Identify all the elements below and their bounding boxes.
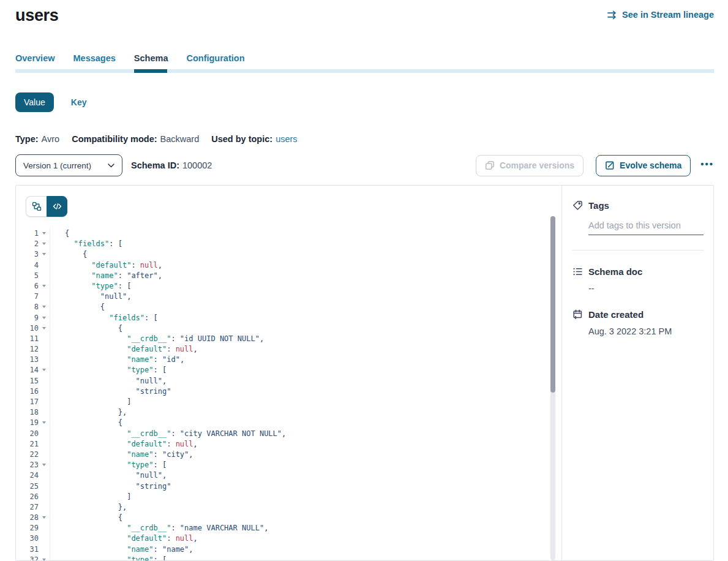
date-created-header: Date created <box>572 309 704 320</box>
fold-toggle[interactable] <box>39 323 50 334</box>
code-text: { <box>50 249 87 260</box>
tab-configuration[interactable]: Configuration <box>186 53 244 64</box>
code-text: { <box>50 228 69 239</box>
line-number: 23 <box>16 460 39 470</box>
compare-versions-icon <box>485 160 495 170</box>
fold-toggle[interactable] <box>39 418 50 428</box>
tab-overview[interactable]: Overview <box>15 53 55 64</box>
line-number: 15 <box>16 376 39 386</box>
meta-item: Compatibility mode:Backward <box>72 134 199 144</box>
line-number: 20 <box>16 429 39 439</box>
code-line: 4 "default": null, <box>16 260 561 271</box>
code-text: "default": null, <box>50 533 198 544</box>
meta-value: Avro <box>42 134 60 144</box>
code-line: 13 "name": "id", <box>16 355 561 365</box>
code-text: { <box>50 323 122 334</box>
code-line: 8 { <box>16 302 561 312</box>
code-line: 9 "fields": [ <box>16 313 561 323</box>
tags-title: Tags <box>588 200 609 211</box>
code-line: 5 "name": "after", <box>16 271 561 281</box>
code-line: 14 "type": [ <box>16 365 561 375</box>
fold-toggle[interactable] <box>39 460 50 470</box>
meta-value-link[interactable]: users <box>276 134 297 144</box>
meta-value: Backward <box>160 134 200 144</box>
fold-toggle[interactable] <box>39 239 50 249</box>
code-line: 10 { <box>16 323 561 334</box>
tabs-block: OverviewMessagesSchemaConfiguration <box>15 53 714 73</box>
code-line: 15 "null", <box>16 376 561 386</box>
meta-label: Used by topic: <box>211 134 272 144</box>
code-line: 3 { <box>16 249 561 260</box>
compare-versions-button[interactable]: Compare versions <box>476 155 584 176</box>
code-line: 17 ] <box>16 397 561 407</box>
code-text: "name": "after", <box>50 271 162 281</box>
code-line: 30 "default": null, <box>16 533 561 544</box>
code-line: 1{ <box>16 228 561 239</box>
code-text: "type": [ <box>50 281 131 292</box>
fold-toggle[interactable] <box>39 249 50 260</box>
code-text: "null", <box>50 292 131 302</box>
code-line: 25 "string" <box>16 481 561 492</box>
code-line: 32 "type": [ <box>16 555 561 560</box>
schema-page: users See in Stream lineage OverviewMess… <box>0 0 728 561</box>
fold-toggle[interactable] <box>39 313 50 323</box>
line-number: 12 <box>16 344 39 355</box>
line-number: 13 <box>16 355 39 365</box>
tree-view-button[interactable] <box>26 196 47 217</box>
line-number: 22 <box>16 450 39 460</box>
fold-arrow-icon <box>42 464 46 466</box>
value-key-toggle: Value Key <box>15 92 714 112</box>
line-number: 9 <box>16 313 39 323</box>
tab-messages[interactable]: Messages <box>73 53 116 64</box>
fold-toggle[interactable] <box>39 228 50 239</box>
schema-code-editor[interactable]: 1{2 "fields": [3 {4 "default": null,5 "n… <box>16 228 561 560</box>
page-title: users <box>15 6 59 25</box>
version-select[interactable]: Version 1 (current) <box>15 154 122 176</box>
fold-toggle[interactable] <box>39 365 50 375</box>
more-actions-button[interactable]: ••• <box>700 159 714 172</box>
value-toggle-button[interactable]: Value <box>15 92 54 112</box>
code-text: { <box>50 418 122 428</box>
fold-toggle[interactable] <box>39 513 50 523</box>
page-header: users See in Stream lineage <box>15 0 714 25</box>
line-number: 2 <box>16 239 39 249</box>
tab-schema[interactable]: Schema <box>134 53 168 64</box>
tags-input[interactable] <box>588 220 704 235</box>
line-number: 25 <box>16 481 39 492</box>
editor-scrollbar-track[interactable] <box>550 216 555 560</box>
fold-toggle[interactable] <box>39 302 50 312</box>
key-toggle-button[interactable]: Key <box>71 97 87 107</box>
code-text: "string" <box>50 481 171 492</box>
code-line: 23 "type": [ <box>16 460 561 470</box>
schema-panel: 1{2 "fields": [3 {4 "default": null,5 "n… <box>15 185 714 561</box>
code-text: ] <box>50 397 131 407</box>
fold-arrow-icon <box>42 306 46 308</box>
line-number: 21 <box>16 439 39 450</box>
code-line: 31 "name": "name", <box>16 544 561 555</box>
active-tab-indicator <box>134 69 167 73</box>
code-line: 6 "type": [ <box>16 281 561 292</box>
code-line: 26 ] <box>16 492 561 502</box>
line-number: 8 <box>16 302 39 312</box>
tab-bar <box>15 69 714 73</box>
meta-item: Type:Avro <box>15 134 59 144</box>
evolve-schema-button[interactable]: Evolve schema <box>596 155 691 176</box>
code-text: }, <box>50 502 127 513</box>
code-view-button[interactable] <box>47 196 67 217</box>
fold-arrow-icon <box>42 243 46 245</box>
fold-toggle[interactable] <box>39 281 50 292</box>
code-text: "name": "city", <box>50 450 193 460</box>
version-select-value: Version 1 (current) <box>23 161 91 170</box>
stream-lineage-link[interactable]: See in Stream lineage <box>607 10 714 20</box>
code-line: 16 "string" <box>16 386 561 397</box>
editor-scrollbar-thumb[interactable] <box>550 216 555 393</box>
code-text: "default": null, <box>50 439 198 450</box>
code-line: 24 "null", <box>16 470 561 481</box>
line-number: 14 <box>16 365 39 375</box>
code-text: "default": null, <box>50 260 162 271</box>
code-line: 18 }, <box>16 407 561 418</box>
fold-toggle[interactable] <box>39 555 50 560</box>
line-number: 16 <box>16 386 39 397</box>
date-created-title: Date created <box>588 309 644 320</box>
fold-arrow-icon <box>42 232 46 235</box>
